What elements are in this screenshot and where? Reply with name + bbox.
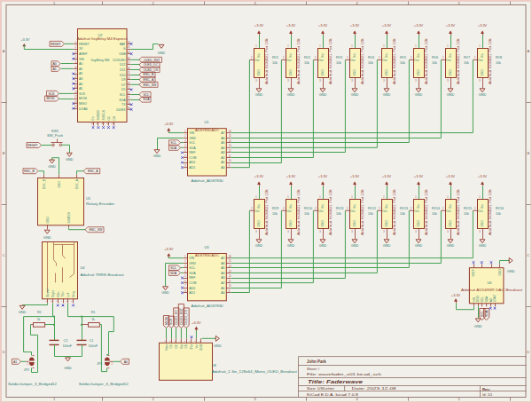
svg-text:+3.3V: +3.3V [20, 37, 30, 42]
svg-text:10k: 10k [368, 61, 373, 65]
svg-text:JP1: JP1 [97, 362, 102, 366]
svg-text:Size: USLetter: Size: USLetter [307, 386, 335, 391]
svg-text:REF: REF [189, 151, 195, 154]
svg-text:D0/RX: D0/RX [116, 108, 126, 112]
svg-text:VIN: VIN [189, 131, 194, 135]
svg-text:Out: Out [318, 209, 323, 213]
svg-text:SolderJumper_3_Bridged12: SolderJumper_3_Bridged12 [79, 383, 129, 386]
svg-text:100nF: 100nF [63, 344, 73, 348]
svg-text:REF: REF [189, 276, 195, 280]
svg-text:Vin: Vin [321, 53, 325, 58]
svg-text:OLED_CS: OLED_CS [144, 68, 159, 72]
svg-text:A0: A0 [221, 166, 224, 170]
svg-text:RSw: RSw [57, 290, 60, 296]
svg-text:GND: GND [321, 220, 325, 227]
svg-text:GND: GND [449, 69, 452, 76]
svg-text:RESET: RESET [51, 43, 62, 46]
svg-text:Rst: Rst [180, 344, 184, 349]
svg-text:COM: COM [189, 281, 196, 285]
svg-text:GND: GND [287, 243, 295, 248]
svg-text:A: A [527, 49, 529, 53]
svg-text:MOSI: MOSI [47, 97, 55, 100]
svg-text:GND: GND [417, 69, 420, 76]
svg-text:Out: Out [446, 209, 450, 213]
svg-text:Adafruit AD5693R DAC Breakout: Adafruit AD5693R DAC Breakout [461, 288, 522, 292]
svg-text:Rotary Encoder: Rotary Encoder [86, 202, 115, 206]
svg-text:GND: GND [351, 92, 359, 97]
svg-text:R1: R1 [91, 311, 96, 314]
svg-text:SCL: SCL [170, 141, 176, 145]
svg-text:SCK: SCK [169, 318, 173, 325]
svg-text:GND: GND [287, 92, 295, 97]
svg-text:Ring: Ring [72, 291, 75, 297]
svg-text:SWITCH: SWITCH [67, 211, 71, 224]
svg-text:10k: 10k [496, 212, 501, 216]
svg-text:+3.3V: +3.3V [254, 174, 264, 178]
svg-text:Adafruit SC6021 Pot 10k: Adafruit SC6021 Pot 10k [361, 38, 364, 84]
svg-text:ENC_B: ENC_B [24, 170, 35, 173]
svg-text:A4: A4 [79, 83, 82, 86]
svg-text:DC: DC [175, 344, 178, 348]
svg-text:+3.3V: +3.3V [414, 174, 424, 178]
svg-text:A1: A1 [221, 287, 224, 290]
svg-text:MOSI: MOSI [165, 317, 168, 325]
svg-text:GND: GND [479, 243, 487, 248]
svg-text:GND: GND [189, 262, 196, 265]
svg-text:GND: GND [255, 92, 263, 97]
svg-text:Vin: Vin [353, 53, 356, 58]
svg-text:Out: Out [414, 59, 419, 62]
svg-text:Out: Out [350, 59, 355, 62]
svg-text:U1: U1 [204, 120, 209, 124]
svg-text:GND: GND [385, 69, 388, 76]
svg-text:B: B [527, 151, 529, 155]
svg-text:Vin: Vin [289, 204, 293, 209]
svg-text:RV10: RV10 [304, 207, 312, 210]
svg-text:100nF: 100nF [89, 344, 98, 348]
svg-text:Out: Out [350, 209, 355, 213]
svg-text:GND: GND [189, 137, 196, 140]
svg-text:AD0: AD0 [189, 161, 195, 164]
svg-text:GND: GND [319, 243, 327, 248]
svg-text:GND: GND [161, 290, 169, 295]
svg-text:+3.3V: +3.3V [286, 23, 296, 28]
svg-text:SCL: SCL [189, 266, 195, 270]
svg-text:A5: A5 [79, 87, 82, 91]
svg-text:GND: GND [383, 92, 391, 97]
svg-text:RESET: RESET [27, 144, 39, 147]
svg-text:Out: Out [286, 209, 291, 213]
svg-text:SCL: SCL [481, 296, 484, 302]
svg-text:GND: GND [46, 217, 50, 224]
svg-text:RV14: RV14 [432, 207, 440, 210]
svg-text:GND: GND [449, 220, 452, 227]
svg-text:SDA: SDA [170, 146, 177, 150]
svg-text:+3.3V: +3.3V [318, 23, 328, 28]
svg-text:RV6: RV6 [432, 56, 438, 59]
svg-text:B: B [3, 151, 5, 155]
svg-text:+3.3V: +3.3V [446, 23, 456, 28]
svg-text:10k: 10k [336, 61, 341, 65]
svg-text:Adafruit_ADS7830: Adafruit_ADS7830 [192, 179, 223, 183]
svg-text:Adafruit SC6021 Pot 10k: Adafruit SC6021 Pot 10k [489, 38, 492, 84]
svg-text:Vin: Vin [353, 204, 356, 209]
svg-text:A3: A3 [221, 276, 224, 280]
svg-text:+3.3V: +3.3V [350, 174, 360, 178]
svg-text:GND: GND [255, 243, 263, 248]
svg-text:A6: A6 [221, 262, 224, 265]
svg-text:U6: U6 [488, 281, 492, 285]
svg-text:Adafruit TRRS Breakout: Adafruit TRRS Breakout [81, 273, 125, 277]
svg-text:U3: U3 [204, 245, 209, 249]
svg-text:MOSI: MOSI [79, 97, 87, 100]
svg-text:Adafruit SC6021 Pot 10k: Adafruit SC6021 Pot 10k [489, 189, 492, 235]
svg-text:SCL: SCL [170, 266, 176, 270]
svg-text:+3.3V: +3.3V [164, 122, 174, 126]
svg-text:SWDIO: SWDIO [97, 110, 100, 121]
svg-text:ENC_B: ENC_B [144, 73, 154, 76]
svg-text:+3.3V: +3.3V [478, 174, 488, 178]
svg-text:AD0: AD0 [189, 287, 195, 290]
svg-text:Adafruit SC6021 Pot 10k: Adafruit SC6021 Pot 10k [457, 189, 460, 235]
svg-text:Adafruit SC6021 Pot 10k: Adafruit SC6021 Pot 10k [361, 189, 364, 235]
svg-text:A6: A6 [221, 137, 224, 140]
svg-text:GND: GND [477, 296, 481, 303]
svg-text:RV5: RV5 [400, 56, 406, 59]
svg-text:Adafruit SC6021 Pot 10k: Adafruit SC6021 Pot 10k [297, 189, 301, 235]
